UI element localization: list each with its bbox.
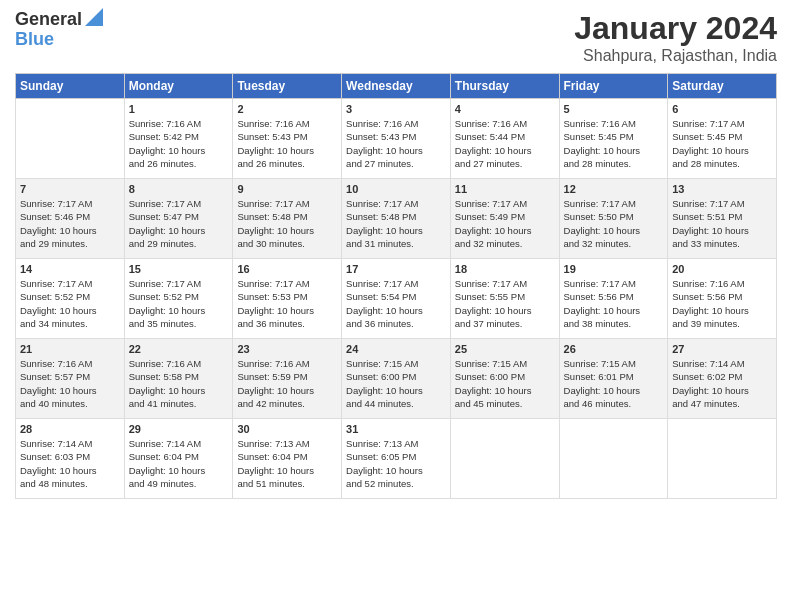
day-info: Sunrise: 7:17 AM Sunset: 5:55 PM Dayligh…: [455, 277, 555, 330]
main-title: January 2024: [574, 10, 777, 47]
day-info: Sunrise: 7:15 AM Sunset: 6:00 PM Dayligh…: [346, 357, 446, 410]
page-header: General Blue January 2024 Shahpura, Raja…: [15, 10, 777, 65]
day-info: Sunrise: 7:16 AM Sunset: 5:56 PM Dayligh…: [672, 277, 772, 330]
calendar-cell: 1Sunrise: 7:16 AM Sunset: 5:42 PM Daylig…: [124, 99, 233, 179]
day-info: Sunrise: 7:16 AM Sunset: 5:43 PM Dayligh…: [237, 117, 337, 170]
day-number: 6: [672, 103, 772, 115]
day-number: 5: [564, 103, 664, 115]
day-header-sunday: Sunday: [16, 74, 125, 99]
day-number: 14: [20, 263, 120, 275]
calendar-cell: [450, 419, 559, 499]
calendar-cell: 3Sunrise: 7:16 AM Sunset: 5:43 PM Daylig…: [342, 99, 451, 179]
day-number: 22: [129, 343, 229, 355]
page-container: General Blue January 2024 Shahpura, Raja…: [0, 0, 792, 509]
day-info: Sunrise: 7:17 AM Sunset: 5:52 PM Dayligh…: [129, 277, 229, 330]
calendar-cell: 28Sunrise: 7:14 AM Sunset: 6:03 PM Dayli…: [16, 419, 125, 499]
day-number: 3: [346, 103, 446, 115]
calendar-cell: 24Sunrise: 7:15 AM Sunset: 6:00 PM Dayli…: [342, 339, 451, 419]
day-info: Sunrise: 7:14 AM Sunset: 6:03 PM Dayligh…: [20, 437, 120, 490]
calendar-cell: 13Sunrise: 7:17 AM Sunset: 5:51 PM Dayli…: [668, 179, 777, 259]
calendar-cell: 17Sunrise: 7:17 AM Sunset: 5:54 PM Dayli…: [342, 259, 451, 339]
day-header-thursday: Thursday: [450, 74, 559, 99]
calendar-cell: 30Sunrise: 7:13 AM Sunset: 6:04 PM Dayli…: [233, 419, 342, 499]
day-info: Sunrise: 7:14 AM Sunset: 6:04 PM Dayligh…: [129, 437, 229, 490]
day-info: Sunrise: 7:16 AM Sunset: 5:57 PM Dayligh…: [20, 357, 120, 410]
logo-text-general: General: [15, 10, 82, 30]
day-info: Sunrise: 7:17 AM Sunset: 5:45 PM Dayligh…: [672, 117, 772, 170]
calendar-cell: 5Sunrise: 7:16 AM Sunset: 5:45 PM Daylig…: [559, 99, 668, 179]
day-number: 29: [129, 423, 229, 435]
week-row-1: 1Sunrise: 7:16 AM Sunset: 5:42 PM Daylig…: [16, 99, 777, 179]
week-row-3: 14Sunrise: 7:17 AM Sunset: 5:52 PM Dayli…: [16, 259, 777, 339]
calendar-table: SundayMondayTuesdayWednesdayThursdayFrid…: [15, 73, 777, 499]
day-number: 21: [20, 343, 120, 355]
calendar-cell: 14Sunrise: 7:17 AM Sunset: 5:52 PM Dayli…: [16, 259, 125, 339]
day-info: Sunrise: 7:16 AM Sunset: 5:43 PM Dayligh…: [346, 117, 446, 170]
day-number: 12: [564, 183, 664, 195]
day-number: 11: [455, 183, 555, 195]
day-info: Sunrise: 7:14 AM Sunset: 6:02 PM Dayligh…: [672, 357, 772, 410]
day-number: 13: [672, 183, 772, 195]
day-info: Sunrise: 7:17 AM Sunset: 5:46 PM Dayligh…: [20, 197, 120, 250]
day-info: Sunrise: 7:17 AM Sunset: 5:48 PM Dayligh…: [237, 197, 337, 250]
day-number: 19: [564, 263, 664, 275]
day-number: 2: [237, 103, 337, 115]
svg-marker-0: [85, 8, 103, 26]
calendar-cell: 2Sunrise: 7:16 AM Sunset: 5:43 PM Daylig…: [233, 99, 342, 179]
day-number: 28: [20, 423, 120, 435]
calendar-cell: 9Sunrise: 7:17 AM Sunset: 5:48 PM Daylig…: [233, 179, 342, 259]
week-row-2: 7Sunrise: 7:17 AM Sunset: 5:46 PM Daylig…: [16, 179, 777, 259]
logo: General Blue: [15, 10, 103, 50]
day-info: Sunrise: 7:17 AM Sunset: 5:52 PM Dayligh…: [20, 277, 120, 330]
day-number: 25: [455, 343, 555, 355]
day-info: Sunrise: 7:15 AM Sunset: 6:00 PM Dayligh…: [455, 357, 555, 410]
calendar-cell: 8Sunrise: 7:17 AM Sunset: 5:47 PM Daylig…: [124, 179, 233, 259]
day-number: 16: [237, 263, 337, 275]
day-info: Sunrise: 7:17 AM Sunset: 5:49 PM Dayligh…: [455, 197, 555, 250]
calendar-cell: 21Sunrise: 7:16 AM Sunset: 5:57 PM Dayli…: [16, 339, 125, 419]
day-header-saturday: Saturday: [668, 74, 777, 99]
calendar-cell: 4Sunrise: 7:16 AM Sunset: 5:44 PM Daylig…: [450, 99, 559, 179]
day-info: Sunrise: 7:17 AM Sunset: 5:54 PM Dayligh…: [346, 277, 446, 330]
day-info: Sunrise: 7:17 AM Sunset: 5:53 PM Dayligh…: [237, 277, 337, 330]
day-number: 17: [346, 263, 446, 275]
day-number: 7: [20, 183, 120, 195]
day-info: Sunrise: 7:17 AM Sunset: 5:47 PM Dayligh…: [129, 197, 229, 250]
calendar-cell: 18Sunrise: 7:17 AM Sunset: 5:55 PM Dayli…: [450, 259, 559, 339]
day-number: 30: [237, 423, 337, 435]
day-info: Sunrise: 7:16 AM Sunset: 5:44 PM Dayligh…: [455, 117, 555, 170]
calendar-cell: 23Sunrise: 7:16 AM Sunset: 5:59 PM Dayli…: [233, 339, 342, 419]
day-info: Sunrise: 7:17 AM Sunset: 5:56 PM Dayligh…: [564, 277, 664, 330]
logo-text-blue: Blue: [15, 30, 54, 50]
day-number: 9: [237, 183, 337, 195]
day-info: Sunrise: 7:16 AM Sunset: 5:45 PM Dayligh…: [564, 117, 664, 170]
calendar-cell: 31Sunrise: 7:13 AM Sunset: 6:05 PM Dayli…: [342, 419, 451, 499]
day-header-tuesday: Tuesday: [233, 74, 342, 99]
day-info: Sunrise: 7:17 AM Sunset: 5:48 PM Dayligh…: [346, 197, 446, 250]
day-number: 24: [346, 343, 446, 355]
day-info: Sunrise: 7:17 AM Sunset: 5:51 PM Dayligh…: [672, 197, 772, 250]
day-header-wednesday: Wednesday: [342, 74, 451, 99]
day-info: Sunrise: 7:13 AM Sunset: 6:05 PM Dayligh…: [346, 437, 446, 490]
day-number: 8: [129, 183, 229, 195]
day-info: Sunrise: 7:16 AM Sunset: 5:42 PM Dayligh…: [129, 117, 229, 170]
day-info: Sunrise: 7:16 AM Sunset: 5:58 PM Dayligh…: [129, 357, 229, 410]
calendar-cell: 15Sunrise: 7:17 AM Sunset: 5:52 PM Dayli…: [124, 259, 233, 339]
day-info: Sunrise: 7:16 AM Sunset: 5:59 PM Dayligh…: [237, 357, 337, 410]
calendar-cell: 11Sunrise: 7:17 AM Sunset: 5:49 PM Dayli…: [450, 179, 559, 259]
day-header-monday: Monday: [124, 74, 233, 99]
calendar-cell: 16Sunrise: 7:17 AM Sunset: 5:53 PM Dayli…: [233, 259, 342, 339]
day-info: Sunrise: 7:13 AM Sunset: 6:04 PM Dayligh…: [237, 437, 337, 490]
day-number: 20: [672, 263, 772, 275]
calendar-cell: 10Sunrise: 7:17 AM Sunset: 5:48 PM Dayli…: [342, 179, 451, 259]
week-row-4: 21Sunrise: 7:16 AM Sunset: 5:57 PM Dayli…: [16, 339, 777, 419]
day-number: 4: [455, 103, 555, 115]
day-number: 27: [672, 343, 772, 355]
header-row: SundayMondayTuesdayWednesdayThursdayFrid…: [16, 74, 777, 99]
day-number: 15: [129, 263, 229, 275]
day-info: Sunrise: 7:15 AM Sunset: 6:01 PM Dayligh…: [564, 357, 664, 410]
day-number: 31: [346, 423, 446, 435]
day-number: 1: [129, 103, 229, 115]
day-number: 26: [564, 343, 664, 355]
calendar-cell: [559, 419, 668, 499]
